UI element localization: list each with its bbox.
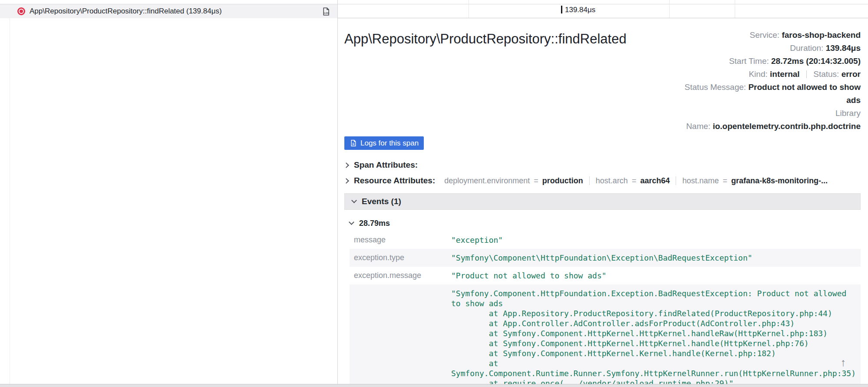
- attr-row-stacktrace: "Symfony.Component.HttpFoundation.Except…: [350, 284, 861, 387]
- attr-row-message: message "exception": [350, 231, 861, 249]
- event-time-label: 28.79ms: [359, 219, 390, 228]
- meta-start-value: 28.72ms (20:14:32.005): [771, 56, 861, 66]
- meta-service: Service: faros-shop-backend: [673, 29, 861, 42]
- meta-kind-label: Kind:: [749, 69, 767, 79]
- attr-key: [350, 284, 449, 387]
- meta-duration-label: Duration:: [790, 43, 823, 53]
- panel-resize-divider[interactable]: [337, 0, 338, 387]
- resource-attributes-toggle[interactable]: Resource Attributes: deployment.environm…: [344, 176, 861, 185]
- scroll-to-top-button[interactable]: ↑: [841, 357, 846, 368]
- meta-service-value: faros-shop-backend: [782, 30, 861, 40]
- span-meta: Service: faros-shop-backend Duration: 13…: [673, 29, 861, 133]
- indent-guide-line: [10, 18, 10, 384]
- meta-library-value: io.opentelemetry.contrib.php.doctrine: [713, 122, 861, 131]
- equals-sign: =: [632, 176, 637, 185]
- attr-value: "Product not allowed to show ads": [449, 267, 861, 284]
- span-row-label: App\Repository\ProductRepository::findRe…: [30, 7, 222, 16]
- meta-status-message-value: Product not allowed to show ads: [748, 83, 861, 105]
- meta-status-label: Status:: [813, 69, 839, 79]
- logs-icon: [350, 139, 357, 147]
- equals-sign: =: [534, 176, 538, 185]
- meta-status-message-label: Status Message:: [685, 83, 746, 92]
- event-time-toggle[interactable]: 28.79ms: [350, 215, 861, 231]
- meta-start-time: Start Time: 28.72ms (20:14:32.005): [673, 55, 861, 68]
- attr-row-exception-type: exception.type "Symfony\Component\HttpFo…: [350, 249, 861, 267]
- divider: [676, 176, 676, 185]
- meta-service-label: Service:: [749, 30, 779, 40]
- meta-status-value: error: [842, 69, 861, 79]
- attr-row-exception-message: exception.message "Product not allowed t…: [350, 267, 861, 284]
- meta-duration: Duration: 139.84μs: [673, 42, 861, 55]
- span-attributes-toggle[interactable]: Span Attributes:: [344, 160, 861, 170]
- meta-status-message: Status Message: Product not allowed to s…: [673, 81, 861, 107]
- meta-kind-value: internal: [770, 69, 800, 79]
- attr-key: exception.type: [350, 249, 449, 267]
- resource-attr-key: deployment.environment: [444, 176, 530, 185]
- span-details-panel: App\Repository\ProductRepository::findRe…: [338, 18, 868, 387]
- chevron-right-icon: [343, 178, 349, 184]
- resource-attributes-preview: deployment.environment = production host…: [444, 176, 828, 185]
- meta-duration-value: 139.84μs: [826, 43, 861, 53]
- attr-key: message: [350, 231, 449, 249]
- meta-library-label-b: Name:: [686, 122, 710, 131]
- span-title: App\Repository\ProductRepository::findRe…: [344, 29, 627, 47]
- attr-value: "Symfony\Component\HttpFoundation\Except…: [449, 249, 861, 267]
- grafana-trace-view: App\Repository\ProductRepository::findRe…: [0, 0, 868, 387]
- logs-button-label: Logs for this span: [360, 139, 419, 148]
- timeline-gridline: [669, 0, 670, 18]
- events-section-toggle[interactable]: Events (1): [344, 193, 861, 210]
- equals-sign: =: [723, 176, 728, 185]
- divider: [589, 176, 590, 185]
- span-logs-icon[interactable]: LOG: [321, 7, 330, 16]
- attr-value: "Symfony.Component.HttpFoundation.Except…: [449, 284, 861, 387]
- timeline-gridline: [469, 0, 469, 18]
- meta-start-label: Start Time:: [729, 56, 769, 66]
- events-section-label: Events (1): [362, 197, 401, 206]
- logs-for-span-button[interactable]: Logs for this span: [344, 136, 424, 150]
- chevron-down-icon: [351, 198, 357, 203]
- chevron-right-icon: [343, 162, 349, 168]
- waterfall-pane: [0, 18, 337, 384]
- meta-kind-status: Kind: internal Status: error: [673, 68, 861, 81]
- attr-key: exception.message: [350, 267, 449, 284]
- resource-attributes-label: Resource Attributes:: [354, 176, 435, 185]
- chevron-down-icon: [349, 219, 354, 225]
- attr-value: "exception": [449, 231, 861, 249]
- divider: [806, 70, 807, 78]
- meta-library-label-a: Library: [835, 109, 861, 118]
- resource-attr-key: host.name: [682, 176, 719, 185]
- resource-attr-key: host.arch: [596, 176, 628, 185]
- timeline-gridline: [735, 0, 735, 18]
- waterfall-header-strip: App\Repository\ProductRepository::findRe…: [0, 0, 868, 18]
- selected-span-row[interactable]: App\Repository\ProductRepository::findRe…: [0, 4, 337, 18]
- span-duration-bar: [561, 6, 562, 13]
- details-header: App\Repository\ProductRepository::findRe…: [344, 29, 861, 133]
- span-duration-label: 139.84μs: [565, 6, 595, 14]
- resource-attr-value: aarch64: [640, 176, 670, 185]
- bottom-edge-bar: [0, 384, 868, 387]
- span-attributes-label: Span Attributes:: [354, 160, 418, 170]
- error-status-icon: [17, 7, 25, 15]
- svg-text:LOG: LOG: [324, 12, 330, 14]
- event-attributes-table: message "exception" exception.type "Symf…: [350, 231, 861, 387]
- meta-library-name: Library Name: io.opentelemetry.contrib.p…: [673, 107, 861, 133]
- resource-attr-value: production: [542, 176, 583, 185]
- resource-attr-value: grafana-k8s-monitoring-...: [731, 176, 828, 185]
